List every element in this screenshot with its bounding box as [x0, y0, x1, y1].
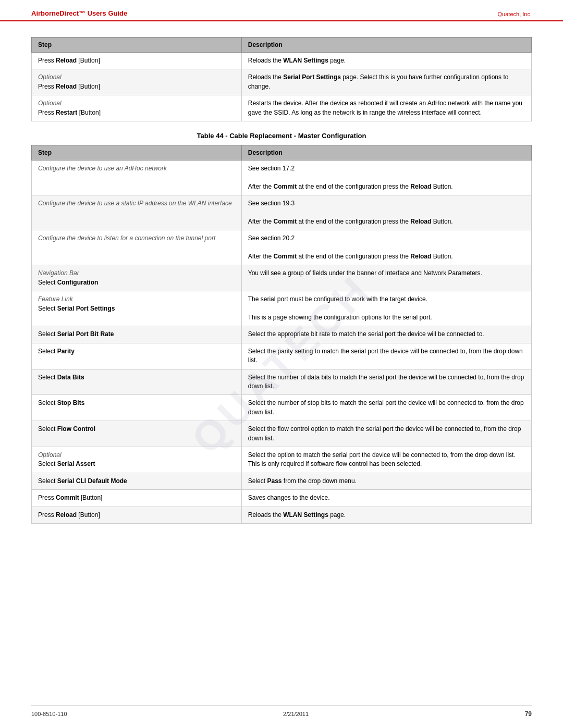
- table2-row5-desc: The serial port must be configured to wo…: [241, 291, 531, 326]
- table-row: Select Serial CLI Default Mode Select Pa…: [32, 473, 532, 489]
- footer-date: 2/21/2011: [283, 711, 309, 717]
- table2-row13-step: Press Commit [Button]: [32, 490, 242, 507]
- table2-row7-step: Select Parity: [32, 343, 242, 369]
- table-row: Press Reload [Button] Reloads the WLAN S…: [32, 53, 532, 69]
- table2-caption: Table 44 - Cable Replacement - Master Co…: [31, 132, 532, 140]
- table2-row13-desc: Saves changes to the device.: [241, 490, 531, 507]
- table2-row8-desc: Select the number of data bits to match …: [241, 369, 531, 395]
- table-row: Feature Link Select Serial Port Settings…: [32, 291, 532, 326]
- page: QUATECH AirborneDirect™ Users Guide Quat…: [0, 0, 563, 728]
- table2: Step Description Configure the device to…: [31, 145, 532, 524]
- table2-row10-step: Select Flow Control: [32, 421, 242, 447]
- table-row: Configure the device to use an AdHoc net…: [32, 160, 532, 195]
- table-row: Select Stop Bits Select the number of st…: [32, 395, 532, 421]
- table2-row14-step: Press Reload [Button]: [32, 507, 242, 523]
- table2-row9-desc: Select the number of stop bits to match …: [241, 395, 531, 421]
- table1-header-step: Step: [32, 38, 242, 53]
- table2-row12-step: Select Serial CLI Default Mode: [32, 473, 242, 489]
- table1-row3-desc: Restarts the device. After the device as…: [241, 95, 531, 121]
- table2-header-description: Description: [241, 145, 531, 160]
- header-title: AirborneDirect™ Users Guide: [31, 9, 127, 17]
- table2-row5-step: Feature Link Select Serial Port Settings: [32, 291, 242, 326]
- header-company: Quatech, Inc.: [498, 11, 532, 17]
- table2-row3-step: Configure the device to listen for a con…: [32, 230, 242, 265]
- table2-row4-step: Navigation Bar Select Configuration: [32, 265, 242, 291]
- table-row: Configure the device to listen for a con…: [32, 230, 532, 265]
- table2-row14-desc: Reloads the WLAN Settings page.: [241, 507, 531, 523]
- table1: Step Description Press Reload [Button] R…: [31, 37, 532, 121]
- content: Step Description Press Reload [Button] R…: [0, 21, 563, 550]
- table2-row6-desc: Select the appropriate bit rate to match…: [241, 326, 531, 343]
- table2-header-step: Step: [32, 145, 242, 160]
- table-row: Press Commit [Button] Saves changes to t…: [32, 490, 532, 507]
- table2-row9-step: Select Stop Bits: [32, 395, 242, 421]
- table-row: Press Reload [Button] Reloads the WLAN S…: [32, 507, 532, 523]
- footer-page-number: 79: [525, 710, 532, 718]
- table2-row4-desc: You will see a group of fields under the…: [241, 265, 531, 291]
- table1-row2-step: Optional Press Reload [Button]: [32, 69, 242, 95]
- table2-row7-desc: Select the parity setting to match the s…: [241, 343, 531, 369]
- table-row: Configure the device to use a static IP …: [32, 195, 532, 230]
- table2-row8-step: Select Data Bits: [32, 369, 242, 395]
- table-row: Select Data Bits Select the number of da…: [32, 369, 532, 395]
- table2-row2-desc: See section 19.3 After the Commit at the…: [241, 195, 531, 230]
- table-row: Optional Press Reload [Button] Reloads t…: [32, 69, 532, 95]
- table2-row10-desc: Select the flow control option to match …: [241, 421, 531, 447]
- table-row: Navigation Bar Select Configuration You …: [32, 265, 532, 291]
- table1-row1-step: Press Reload [Button]: [32, 53, 242, 69]
- table2-row12-desc: Select Pass from the drop down menu.: [241, 473, 531, 489]
- table2-row1-step: Configure the device to use an AdHoc net…: [32, 160, 242, 195]
- table2-row1-desc: See section 17.2 After the Commit at the…: [241, 160, 531, 195]
- table-row: Select Parity Select the parity setting …: [32, 343, 532, 369]
- table2-row11-desc: Select the option to match the serial po…: [241, 447, 531, 473]
- table1-row1-desc: Reloads the WLAN Settings page.: [241, 53, 531, 69]
- footer-part-number: 100-8510-110: [31, 711, 67, 717]
- table2-row11-step: Optional Select Serial Assert: [32, 447, 242, 473]
- table2-row6-step: Select Serial Port Bit Rate: [32, 326, 242, 343]
- table-row: Optional Press Restart [Button] Restarts…: [32, 95, 532, 121]
- table1-header-description: Description: [241, 38, 531, 53]
- table1-row2-desc: Reloads the Serial Port Settings page. S…: [241, 69, 531, 95]
- table1-row3-step: Optional Press Restart [Button]: [32, 95, 242, 121]
- table2-row3-desc: See section 20.2 After the Commit at the…: [241, 230, 531, 265]
- table2-row2-step: Configure the device to use a static IP …: [32, 195, 242, 230]
- table-row: Select Flow Control Select the flow cont…: [32, 421, 532, 447]
- header: AirborneDirect™ Users Guide Quatech, Inc…: [0, 0, 563, 21]
- table-row: Optional Select Serial Assert Select the…: [32, 447, 532, 473]
- table-row: Select Serial Port Bit Rate Select the a…: [32, 326, 532, 343]
- footer: 100-8510-110 2/21/2011 79: [31, 706, 532, 718]
